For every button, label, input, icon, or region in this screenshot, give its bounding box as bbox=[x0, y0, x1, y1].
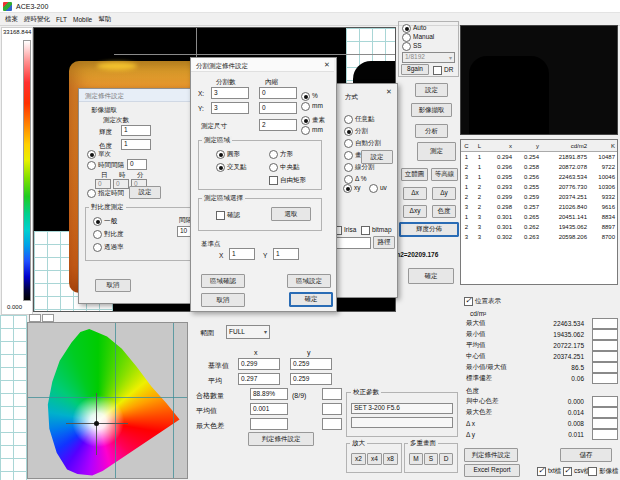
stat-field[interactable] bbox=[592, 329, 618, 340]
menu-mobile[interactable]: Mobile bbox=[70, 16, 95, 23]
table-row[interactable]: 130.3010.26520451.1418834 bbox=[461, 212, 617, 222]
x-div-field[interactable]: 3 bbox=[211, 87, 249, 99]
exposure-ss-radio[interactable]: SS bbox=[402, 42, 422, 51]
measure-dialog-titlebar[interactable]: 測定條件設定 bbox=[79, 89, 204, 102]
analyze-button[interactable]: 分析 bbox=[415, 124, 448, 138]
single-radio[interactable]: 單次 bbox=[87, 150, 111, 159]
result-field[interactable] bbox=[322, 418, 342, 430]
method-linesplit-radio[interactable]: 線分割 bbox=[344, 163, 375, 172]
multi-d-button[interactable]: D bbox=[439, 453, 453, 465]
size-pixel-radio[interactable]: 畫素 bbox=[301, 116, 325, 125]
menu-trend[interactable]: 經時變化 bbox=[21, 15, 53, 24]
measure-button[interactable]: 測定 bbox=[417, 142, 456, 161]
day-field[interactable]: 0 bbox=[95, 179, 111, 189]
delta-y-button[interactable]: Δy bbox=[432, 187, 456, 200]
save-button[interactable]: 儲存 bbox=[560, 448, 612, 462]
x-inset-field[interactable]: 0 bbox=[259, 87, 297, 99]
multi-m-button[interactable]: M bbox=[409, 453, 423, 465]
luminance-distribution-button[interactable]: 輝度分佈 bbox=[399, 222, 459, 237]
inset-percent-radio[interactable]: % bbox=[301, 92, 318, 101]
method-split-radio[interactable]: 分割 bbox=[344, 127, 368, 136]
close-icon[interactable]: ✕ bbox=[383, 86, 395, 97]
set-button[interactable]: 設定 bbox=[415, 83, 448, 97]
area-confirm-button[interactable]: 區域確認 bbox=[201, 274, 245, 288]
ref-x-field[interactable]: 1 bbox=[229, 248, 255, 260]
ok-button[interactable]: 確定 bbox=[289, 292, 333, 307]
stat-field[interactable] bbox=[592, 362, 618, 373]
stat-field[interactable] bbox=[592, 396, 618, 407]
inset-mm-radio[interactable]: mm bbox=[301, 102, 323, 111]
table-row[interactable]: 230.3010.26219435.0628897 bbox=[461, 222, 617, 232]
zoom-x2-button[interactable]: x2 bbox=[351, 453, 366, 465]
table-row[interactable]: 120.2930.25520776.73010306 bbox=[461, 182, 617, 192]
contrast-radio[interactable]: 對比度 bbox=[93, 230, 124, 239]
gain-button[interactable]: 8gain bbox=[401, 64, 429, 75]
stat-field[interactable] bbox=[592, 373, 618, 384]
method-any-radio[interactable]: 任意點 bbox=[344, 115, 375, 124]
method-autosplit-radio[interactable]: 自動分割 bbox=[344, 139, 381, 148]
delta-xy-button[interactable]: Δxy bbox=[403, 205, 427, 218]
csv-checkbox[interactable]: csv檔 bbox=[563, 467, 590, 476]
size-field[interactable]: 2 bbox=[259, 119, 297, 131]
interval-field[interactable]: 0 bbox=[127, 159, 147, 170]
method-set-button[interactable]: 設定 bbox=[361, 150, 393, 164]
pick-button[interactable]: 選取 bbox=[271, 207, 311, 221]
avg-x-field[interactable]: 0.297 bbox=[238, 373, 280, 385]
area-set-button[interactable]: 區域設定 bbox=[287, 274, 331, 288]
ref-x-field[interactable]: 0.299 bbox=[238, 358, 280, 370]
menu-file[interactable]: 檔案 bbox=[2, 15, 21, 24]
coord-xy-radio[interactable]: xy bbox=[343, 184, 361, 193]
confirm-checkbox[interactable]: 確認 bbox=[216, 211, 240, 220]
shutter-select[interactable]: 1/8192 ▾ bbox=[402, 52, 455, 63]
calibration-field[interactable]: SET 3-200 F5.6 bbox=[351, 403, 453, 414]
circle-radio[interactable]: 圓形 bbox=[216, 150, 240, 159]
mean-field[interactable]: 0.001 bbox=[250, 403, 288, 415]
y-div-field[interactable]: 3 bbox=[211, 102, 249, 114]
rect-radio[interactable]: 方形 bbox=[269, 150, 293, 159]
position-display-checkbox[interactable]: 位置表示 bbox=[464, 297, 501, 306]
table-row[interactable]: 210.2960.25820872.0789722 bbox=[461, 162, 617, 172]
result-table[interactable]: C L x y cd/m2 K 110.2940.25421891.875104… bbox=[460, 139, 618, 285]
y-inset-field[interactable]: 0 bbox=[259, 102, 297, 114]
preview-thumbnail[interactable] bbox=[460, 25, 618, 135]
range-select[interactable]: FULL ▾ bbox=[226, 325, 270, 339]
ref-y-field[interactable]: 0.259 bbox=[290, 358, 332, 370]
cie-cell[interactable] bbox=[42, 314, 54, 322]
max-colordiff-field[interactable] bbox=[250, 418, 288, 430]
transmittance-radio[interactable]: 透過率 bbox=[93, 243, 124, 252]
cie-cell[interactable] bbox=[29, 314, 41, 322]
image-file-checkbox[interactable]: 影像檔 bbox=[588, 467, 619, 476]
stat-field[interactable] bbox=[592, 407, 618, 418]
ref-y-field[interactable]: 1 bbox=[273, 248, 299, 260]
exposure-auto-radio[interactable]: Auto bbox=[402, 24, 426, 33]
solid-view-button[interactable]: 立體圖 bbox=[401, 168, 428, 181]
table-row[interactable]: 320.2980.25721026.8409616 bbox=[461, 202, 617, 212]
at-time-radio[interactable]: 指定時間 bbox=[87, 189, 124, 198]
cie-diagram-panel[interactable] bbox=[27, 322, 188, 479]
cross-radio[interactable]: 交叉點 bbox=[216, 163, 247, 172]
zoom-x4-button[interactable]: x4 bbox=[367, 453, 382, 465]
time-set-button[interactable]: 設定 bbox=[129, 186, 161, 199]
multi-s-button[interactable]: S bbox=[424, 453, 438, 465]
luminance-count-field[interactable]: 1 bbox=[121, 125, 151, 136]
table-row[interactable]: 330.3020.26320598.2068700 bbox=[461, 232, 617, 242]
close-icon[interactable]: ✕ bbox=[321, 59, 333, 70]
stat-field[interactable] bbox=[592, 351, 618, 362]
table-row[interactable]: 220.2990.25920374.2519332 bbox=[461, 192, 617, 202]
chroma-map-button[interactable]: 色度 bbox=[432, 205, 456, 218]
hour-field[interactable]: 0 bbox=[113, 179, 129, 189]
result-field[interactable] bbox=[322, 388, 342, 400]
size-mm-radio[interactable]: mm bbox=[301, 126, 323, 135]
dr-checkbox[interactable]: DR bbox=[433, 66, 453, 75]
pass-field[interactable]: 88.89% bbox=[250, 388, 288, 400]
capture-button[interactable]: 影像擷取 bbox=[411, 103, 452, 117]
stat-field[interactable] bbox=[592, 429, 618, 440]
menu-flt[interactable]: FLT bbox=[53, 16, 70, 23]
coord-uv-radio[interactable]: uv bbox=[369, 184, 387, 193]
result-field[interactable] bbox=[322, 403, 342, 415]
contour-button[interactable]: 等高線 bbox=[431, 168, 458, 181]
excel-report-button[interactable]: Excel Report bbox=[464, 464, 520, 477]
center-radio[interactable]: 中央點 bbox=[269, 163, 300, 172]
stat-field[interactable] bbox=[592, 340, 618, 351]
avg-y-field[interactable]: 0.259 bbox=[290, 373, 332, 385]
